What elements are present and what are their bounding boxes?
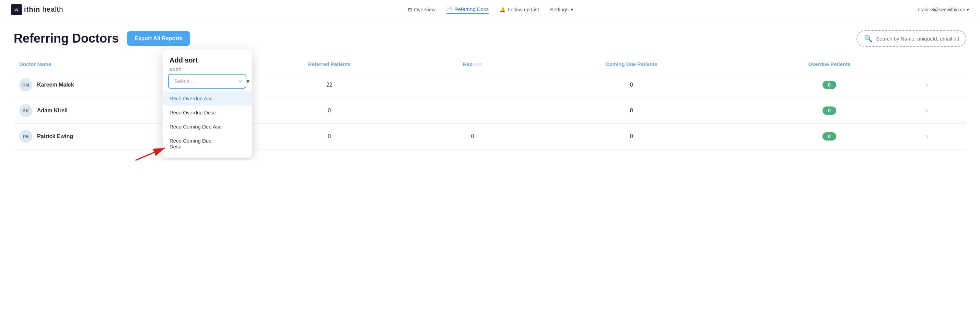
coming-due-km: 0 <box>524 72 738 98</box>
table-row: PE Patrick Ewing 0 0 0 0 › <box>14 124 966 149</box>
table-row: KM Kareem Malek 22 0 0 › <box>14 72 966 98</box>
nav-follow-up-label: Follow up List <box>508 6 539 12</box>
nav-referring-docs-label: Referring Docs <box>454 6 488 12</box>
col-reports: Reports <box>421 56 524 72</box>
reports-pe: 0 <box>421 124 524 149</box>
sort-select-wrapper: Select... Reco Overdue Asc Reco Overdue … <box>168 74 247 89</box>
col-referred-patients: Referred Patients <box>238 56 421 72</box>
avatar-km: KM <box>19 78 32 91</box>
doctor-name-pe: Patrick Ewing <box>37 133 73 139</box>
export-all-reports-button[interactable]: Export All Reports <box>127 31 190 46</box>
col-action <box>920 56 966 72</box>
overdue-ak: 0 <box>738 98 920 124</box>
avatar-ak: AK <box>19 104 32 117</box>
user-email: craig+3@seewithin.co <box>918 7 965 12</box>
settings-chevron-icon: ▾ <box>571 6 573 13</box>
col-overdue: Overdue Patients <box>738 56 920 72</box>
referred-km: 22 <box>238 72 421 98</box>
sort-option-item-reco-overdue-desc[interactable]: Reco Overdue Desc <box>163 106 252 120</box>
overdue-badge-ak: 0 <box>822 107 836 115</box>
table-header: Doctor Name Referred Patients Reports Co… <box>14 56 966 72</box>
logo-box: w <box>11 4 22 15</box>
doctor-name-ak: Adam Kirell <box>37 107 68 114</box>
overview-icon: ⊞ <box>408 7 412 12</box>
nav-overview-label: Overview <box>414 6 436 12</box>
search-bar: 🔍 <box>856 30 966 47</box>
reports-km <box>421 72 524 98</box>
search-input[interactable] <box>876 36 959 42</box>
col-coming-due: Coming Due Patients <box>524 56 738 72</box>
search-icon: 🔍 <box>864 34 873 43</box>
follow-up-icon: 🔔 <box>500 7 506 12</box>
nav-referring-docs[interactable]: 📄 Referring Docs <box>446 5 488 14</box>
sort-option-item-reco-coming-due-asc[interactable]: Reco Coming Due Asc <box>163 120 252 134</box>
sort-popup: Add sort SORT Select... Reco Overdue Asc… <box>163 50 252 158</box>
sort-option-item-reco-coming-due-desc[interactable]: Reco Coming DueDesc <box>163 134 252 154</box>
overdue-badge-pe: 0 <box>822 132 836 141</box>
table-body: KM Kareem Malek 22 0 0 › AK <box>14 72 966 149</box>
page-header: Referring Doctors Export All Reports 🔍 <box>14 30 966 47</box>
chevron-ak[interactable]: › <box>920 98 966 124</box>
referring-doctors-table: Doctor Name Referred Patients Reports Co… <box>14 56 966 149</box>
overdue-km: 0 <box>738 72 920 98</box>
page-content: Referring Doctors Export All Reports 🔍 D… <box>0 19 980 160</box>
sort-popup-title: Add sort <box>163 56 252 68</box>
overdue-badge-km: 0 <box>822 81 836 89</box>
chevron-km[interactable]: › <box>920 72 966 98</box>
nav-settings-label: Settings <box>550 6 569 12</box>
chevron-pe[interactable]: › <box>920 124 966 149</box>
user-menu[interactable]: craig+3@seewithin.co ▾ <box>918 7 969 12</box>
table-wrapper: Doctor Name Referred Patients Reports Co… <box>14 56 966 149</box>
nav-overview[interactable]: ⊞ Overview <box>408 5 436 14</box>
sort-select-chevron-icon: ▾ <box>243 78 253 85</box>
avatar-pe: PE <box>19 130 32 143</box>
overdue-pe: 0 <box>738 124 920 149</box>
referred-ak: 0 <box>238 98 421 124</box>
page-title: Referring Doctors <box>14 31 119 46</box>
svg-line-1 <box>135 148 165 160</box>
doctor-name-km: Kareem Malek <box>37 82 74 88</box>
sort-options-list: Reco Overdue Asc Reco Overdue Desc Reco … <box>163 91 252 154</box>
user-chevron-icon: ▾ <box>967 7 969 12</box>
table-row: AK Adam Kirell 0 0 0 › <box>14 98 966 124</box>
reports-ak <box>421 98 524 124</box>
sort-select[interactable]: Select... Reco Overdue Asc Reco Overdue … <box>169 75 243 88</box>
nav-links: ⊞ Overview 📄 Referring Docs 🔔 Follow up … <box>408 5 573 14</box>
nav-settings[interactable]: Settings ▾ <box>550 5 573 14</box>
sort-option-item-reco-overdue-asc[interactable]: Reco Overdue Asc <box>163 91 252 106</box>
logo: w ithin health <box>11 4 63 15</box>
navbar: w ithin health ⊞ Overview 📄 Referring Do… <box>0 0 980 19</box>
referred-pe: 0 <box>238 124 421 149</box>
coming-due-pe: 0 <box>524 124 738 149</box>
logo-text: ithin health <box>24 5 63 13</box>
sort-label: SORT <box>163 68 252 74</box>
nav-follow-up[interactable]: 🔔 Follow up List <box>500 5 539 14</box>
coming-due-ak: 0 <box>524 98 738 124</box>
referring-docs-icon: 📄 <box>446 6 452 12</box>
